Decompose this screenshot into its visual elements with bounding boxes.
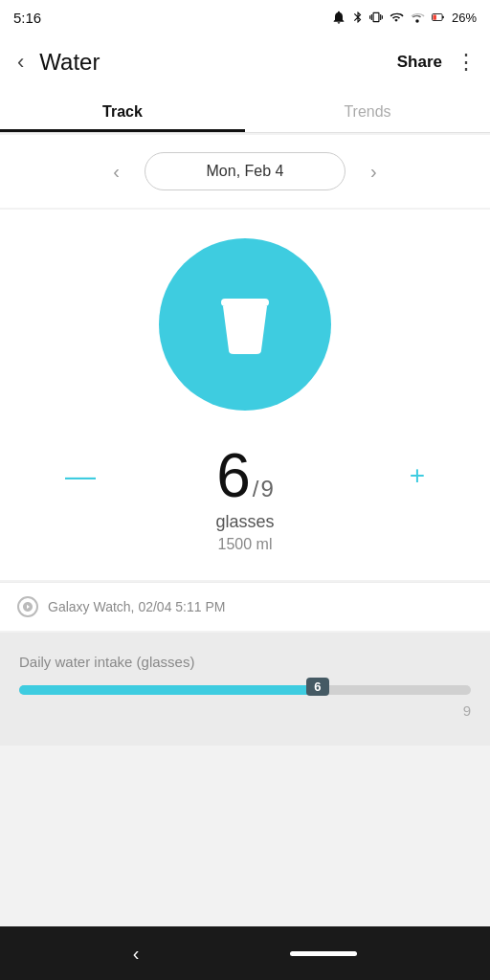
status-time: 5:16	[13, 10, 41, 26]
main-content: — 6 / 9 + glasses 1500 ml	[0, 210, 490, 580]
alarm-icon	[331, 10, 346, 25]
count-separator: /	[253, 476, 259, 502]
battery-icon	[430, 11, 447, 24]
count-ml: 1500 ml	[218, 536, 273, 553]
minus-button[interactable]: —	[38, 451, 122, 501]
tabs: Track Trends	[0, 90, 490, 133]
count-unit: glasses	[215, 512, 274, 532]
back-button[interactable]: ‹	[13, 46, 28, 78]
svg-rect-2	[433, 14, 436, 19]
header-right: Share ⋮	[397, 52, 477, 73]
progress-bar-container[interactable]: 6	[19, 685, 471, 695]
status-bar: 5:16 26%	[0, 0, 490, 34]
water-icon-circle	[159, 238, 331, 411]
date-next-button[interactable]: ›	[361, 157, 387, 187]
source-row: Galaxy Watch, 02/04 5:11 PM	[0, 582, 490, 631]
share-button[interactable]: Share	[397, 53, 442, 72]
nav-bar: ‹	[0, 926, 490, 980]
progress-label-goal: 9	[463, 702, 471, 719]
source-text: Galaxy Watch, 02/04 5:11 PM	[48, 599, 225, 614]
goal-count: 9	[260, 476, 273, 502]
svg-point-0	[415, 19, 419, 23]
more-button[interactable]: ⋮	[456, 52, 477, 73]
date-selector: ‹ Mon, Feb 4 ›	[0, 135, 490, 208]
wifi-icon	[388, 11, 405, 24]
date-prev-button[interactable]: ‹	[103, 157, 129, 187]
tab-track[interactable]: Track	[0, 90, 245, 132]
current-count: 6	[216, 445, 251, 506]
progress-marker: 6	[306, 678, 328, 696]
intake-title: Daily water intake (glasses)	[19, 654, 471, 670]
nav-back-button[interactable]: ‹	[133, 943, 140, 965]
water-cup-icon	[202, 281, 288, 368]
status-icons: 26%	[331, 10, 477, 25]
nav-home-indicator[interactable]	[290, 951, 357, 956]
vibrate-icon	[369, 10, 383, 25]
intake-card: Daily water intake (glasses) 6 9	[0, 633, 490, 746]
svg-rect-3	[442, 16, 444, 18]
counter-row: — 6 / 9 +	[19, 445, 471, 506]
header-left: ‹ Water	[13, 46, 100, 78]
source-icon	[17, 596, 38, 617]
date-display[interactable]: Mon, Feb 4	[145, 152, 345, 190]
page-title: Water	[39, 49, 100, 76]
bluetooth-icon	[351, 10, 365, 25]
header: ‹ Water Share ⋮	[0, 34, 490, 90]
svg-rect-4	[221, 299, 269, 306]
plus-button[interactable]: +	[383, 453, 452, 499]
battery-percent: 26%	[452, 11, 477, 25]
signal-icon	[410, 11, 425, 24]
progress-bar-fill	[19, 685, 320, 695]
tab-trends[interactable]: Trends	[245, 90, 490, 132]
progress-labels: 9	[19, 702, 471, 719]
count-display: 6 / 9	[216, 445, 274, 506]
